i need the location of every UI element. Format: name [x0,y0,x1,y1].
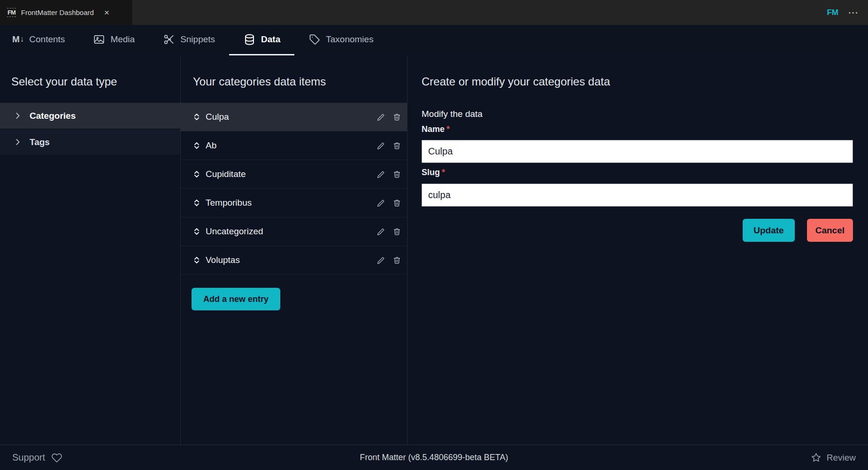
data-item-label: Cupiditate [206,169,246,179]
nav-tab-label: Snippets [180,34,215,45]
data-item-row[interactable]: Ab [181,131,407,160]
frontmatter-mini-logo-icon: FM [7,8,16,17]
cancel-button[interactable]: Cancel [807,219,853,242]
support-label: Support [12,452,45,463]
drag-handle-icon[interactable] [192,141,201,150]
data-type-item-tags[interactable]: Tags [0,129,180,155]
slug-field-label: Slug* [422,167,853,178]
edit-item-button[interactable] [376,170,385,179]
form-heading: Create or modify your categories data [422,55,853,89]
chevron-right-icon [14,138,22,146]
more-actions-icon[interactable]: ⋯ [848,10,859,15]
markdown-down-icon: M↓ [12,34,24,45]
drag-handle-icon[interactable] [192,170,201,179]
dashboard-nav: M↓ Contents Media Snippets Data Taxono [0,25,868,55]
delete-item-button[interactable] [392,113,401,122]
name-input[interactable] [422,140,853,163]
nav-tab-label: Data [261,34,280,45]
heart-icon [51,452,62,463]
frontmatter-dashboard-window: FM FrontMatter Dashboard × FM ⋯ M↓ Conte… [0,0,868,470]
nav-tab-media[interactable]: Media [79,25,149,55]
drag-handle-icon[interactable] [192,255,201,265]
data-item-label: Temporibus [206,198,252,208]
edit-item-button[interactable] [376,256,385,265]
drag-handle-icon[interactable] [192,198,201,208]
nav-tab-contents[interactable]: M↓ Contents [0,25,79,55]
tag-icon [308,33,321,46]
editor-tab-title: FrontMatter Dashboard [21,8,94,16]
data-items-panel: Your categories data items Culpa [181,55,407,445]
data-item-row[interactable]: Temporibus [181,189,407,217]
data-item-label: Uncategorized [206,226,263,237]
nav-tab-label: Contents [29,34,65,45]
edit-item-button[interactable] [376,227,385,236]
dashboard-footer: Front Matter (v8.5.4806699-beta BETA) Su… [0,445,868,470]
drag-handle-icon[interactable] [192,227,201,236]
data-type-heading: Select your data type [0,55,180,89]
data-type-label: Categories [30,111,76,121]
data-type-label: Tags [30,137,50,147]
nav-tab-data[interactable]: Data [229,25,294,55]
add-new-entry-button[interactable]: Add a new entry [192,288,280,310]
database-icon [243,33,256,46]
data-item-row[interactable]: Voluptas [181,246,407,275]
edit-item-button[interactable] [376,141,385,150]
frontmatter-brand-icon: FM [827,8,838,17]
delete-item-button[interactable] [392,141,401,150]
name-field-label: Name* [422,124,853,135]
delete-item-button[interactable] [392,199,401,208]
delete-item-button[interactable] [392,170,401,179]
required-asterisk: * [442,168,445,177]
data-item-row[interactable]: Cupiditate [181,160,407,189]
form-subheading: Modify the data [422,108,853,120]
star-icon [811,452,822,463]
data-item-label: Ab [206,140,216,151]
nav-tab-snippets[interactable]: Snippets [149,25,229,55]
tab-close-icon[interactable]: × [103,8,111,17]
support-link[interactable]: Support [12,452,62,463]
data-form-panel: Create or modify your categories data Mo… [407,55,868,445]
data-items-heading: Your categories data items [181,55,407,89]
dashboard-content: Select your data type Categories Tags [0,55,868,445]
data-item-row[interactable]: Uncategorized [181,217,407,246]
editor-tab-bar: FM FrontMatter Dashboard × FM ⋯ [0,0,868,25]
delete-item-button[interactable] [392,256,401,265]
version-text: Front Matter (v8.5.4806699-beta BETA) [0,453,868,462]
review-link[interactable]: Review [811,452,856,463]
scissors-icon [163,33,175,46]
chevron-right-icon [14,112,22,120]
photo-icon [93,33,105,46]
nav-tab-taxonomies[interactable]: Taxonomies [294,25,387,55]
data-item-label: Culpa [206,112,229,122]
nav-tab-label: Media [110,34,135,45]
nav-tab-label: Taxonomies [326,34,373,45]
data-item-row[interactable]: Culpa [181,103,407,131]
editor-tab-frontmatter[interactable]: FM FrontMatter Dashboard × [0,0,133,25]
data-type-item-categories[interactable]: Categories [0,103,180,129]
required-asterisk: * [446,124,450,134]
data-type-panel: Select your data type Categories Tags [0,55,181,445]
edit-item-button[interactable] [376,199,385,208]
slug-input[interactable] [422,184,853,207]
review-label: Review [827,453,856,463]
edit-item-button[interactable] [376,113,385,122]
delete-item-button[interactable] [392,227,401,236]
update-button[interactable]: Update [743,219,794,242]
data-item-label: Voluptas [206,255,240,265]
drag-handle-icon[interactable] [192,112,201,122]
